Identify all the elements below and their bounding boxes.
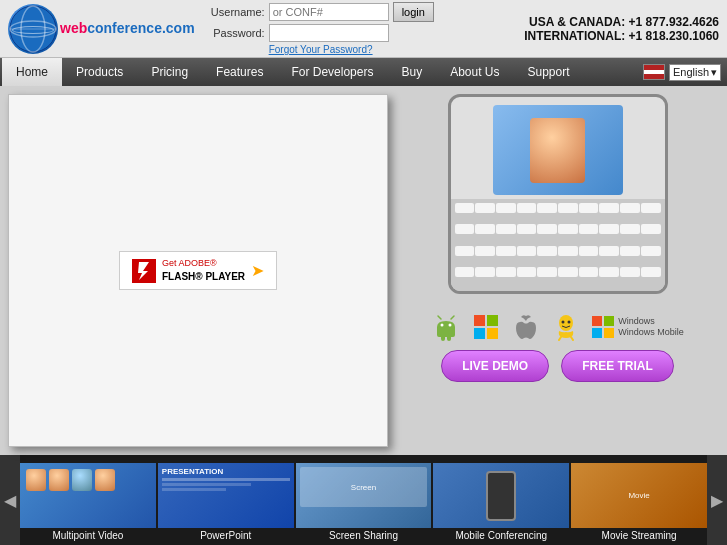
flash-adobe-label: FLASH® PLAYER [162, 270, 245, 283]
flash-arrow-icon: ➤ [251, 261, 264, 280]
svg-point-5 [449, 324, 452, 327]
logo-conference: conference [87, 20, 162, 36]
strip-thumb-2: PRESENTATION [158, 463, 294, 528]
nav-products[interactable]: Products [62, 58, 137, 86]
strip-label-2: PowerPoint [158, 528, 294, 545]
strip-item-5[interactable]: Movie Movie Streaming [571, 455, 707, 545]
navbar: Home Products Pricing Features For Devel… [0, 58, 727, 86]
phone-image: for(let i=0;i<40;i++) document.write('<d… [428, 84, 688, 304]
strip-item-1[interactable]: Multipoint Video [20, 455, 156, 545]
nav-about[interactable]: About Us [436, 58, 513, 86]
strip-thumb-3: Screen [296, 463, 432, 528]
svg-point-12 [559, 315, 573, 331]
strip-item-2[interactable]: PRESENTATION PowerPoint [158, 455, 294, 545]
demo-buttons: LIVE DEMO FREE TRIAL [441, 350, 674, 382]
language-label: English [673, 66, 709, 78]
flash-plugin-box[interactable]: Get ADOBE® FLASH® PLAYER ➤ [119, 251, 277, 290]
linux-icon [551, 312, 581, 342]
login-button[interactable]: login [393, 2, 434, 22]
header: webconference.com Username: login Passwo… [0, 0, 727, 58]
strip-thumb-4 [433, 463, 569, 528]
strip-label-5: Movie Streaming [571, 528, 707, 545]
logo-web: web [60, 20, 87, 36]
nav-features[interactable]: Features [202, 58, 277, 86]
usa-phone: USA & CANADA: +1 877.932.4626 [524, 15, 719, 29]
svg-point-14 [568, 321, 571, 324]
flash-area: Get ADOBE® FLASH® PLAYER ➤ [8, 94, 388, 447]
main-content: Get ADOBE® FLASH® PLAYER ➤ for(let i=0;i [0, 86, 727, 455]
svg-rect-9 [487, 315, 498, 326]
apple-icon [511, 312, 541, 342]
flash-icon [132, 259, 156, 283]
nav-support[interactable]: Support [514, 58, 584, 86]
strip-label-4: Mobile Conferencing [433, 528, 569, 545]
logo-globe [8, 4, 58, 54]
svg-point-4 [441, 324, 444, 327]
svg-rect-18 [604, 328, 614, 338]
right-panel: for(let i=0;i<40;i++) document.write('<d… [396, 94, 719, 447]
strip-thumb-1 [20, 463, 156, 528]
flash-get-label: Get ADOBE® [162, 258, 245, 270]
intl-phone: INTERNATIONAL: +1 818.230.1060 [524, 29, 719, 43]
password-input[interactable] [269, 24, 389, 42]
nav-developers[interactable]: For Developers [277, 58, 387, 86]
svg-rect-15 [592, 316, 602, 326]
strip-item-4[interactable]: Mobile Conferencing [433, 455, 569, 545]
chevron-down-icon: ▾ [711, 66, 717, 79]
forgot-password-link[interactable]: Forgot Your Password? [269, 44, 434, 55]
password-label: Password: [205, 27, 265, 39]
username-input[interactable] [269, 3, 389, 21]
logo-area: webconference.com [8, 4, 195, 54]
svg-line-6 [438, 316, 441, 319]
strip-prev-arrow[interactable]: ◀ [0, 455, 20, 545]
windows-mobile-label: Windows Windows Mobile [618, 316, 684, 338]
strip-items: Multipoint Video PRESENTATION PowerPoint… [20, 455, 707, 545]
phone-keyboard: for(let i=0;i<40;i++) document.write('<d… [451, 199, 665, 291]
nav-buy[interactable]: Buy [387, 58, 436, 86]
free-trial-button[interactable]: FREE TRIAL [561, 350, 674, 382]
svg-point-13 [562, 321, 565, 324]
contact-area: USA & CANADA: +1 877.932.4626 INTERNATIO… [524, 15, 719, 43]
nav-home[interactable]: Home [2, 58, 62, 86]
strip-label-3: Screen Sharing [296, 528, 432, 545]
live-demo-button[interactable]: LIVE DEMO [441, 350, 549, 382]
username-row: Username: login [205, 2, 434, 22]
nav-pricing[interactable]: Pricing [137, 58, 202, 86]
password-row: Password: [205, 24, 434, 42]
login-area: Username: login Password: Forgot Your Pa… [205, 2, 434, 55]
phone-screen [493, 105, 623, 195]
svg-rect-8 [474, 315, 485, 326]
svg-point-0 [10, 6, 56, 52]
logo-text: webconference.com [60, 21, 195, 36]
language-selector[interactable]: English ▾ [643, 64, 725, 81]
svg-rect-16 [604, 316, 614, 326]
language-dropdown[interactable]: English ▾ [669, 64, 721, 81]
svg-line-7 [451, 316, 454, 319]
os-icons: Windows Windows Mobile [431, 312, 684, 342]
strip-thumb-5: Movie [571, 463, 707, 528]
svg-rect-17 [592, 328, 602, 338]
bottom-strip: ◀ Multipoint Video PRESENTATION [0, 455, 727, 545]
windows-icon [471, 312, 501, 342]
strip-label-1: Multipoint Video [20, 528, 156, 545]
language-flag [643, 64, 665, 80]
android-icon [431, 312, 461, 342]
strip-item-3[interactable]: Screen Screen Sharing [296, 455, 432, 545]
phone-device: for(let i=0;i<40;i++) document.write('<d… [448, 94, 668, 294]
svg-rect-10 [474, 328, 485, 339]
username-label: Username: [205, 6, 265, 18]
windows-mobile-area: Windows Windows Mobile [591, 315, 684, 339]
strip-next-arrow[interactable]: ▶ [707, 455, 727, 545]
flash-text: Get ADOBE® FLASH® PLAYER [162, 258, 245, 283]
logo-tld: .com [162, 20, 195, 36]
svg-rect-11 [487, 328, 498, 339]
